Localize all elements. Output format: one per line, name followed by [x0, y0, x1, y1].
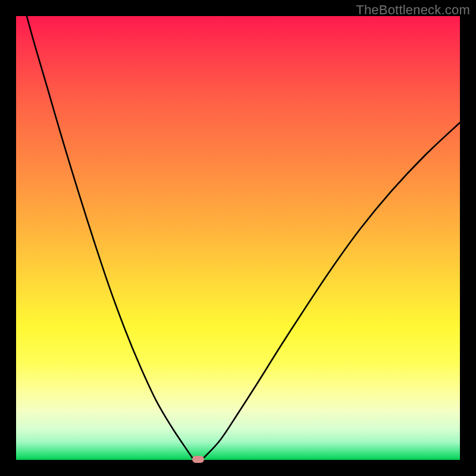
plot-area: [16, 16, 460, 460]
bottleneck-curve: [16, 16, 460, 460]
bottleneck-marker: [192, 456, 204, 463]
watermark-text: TheBottleneck.com: [356, 2, 470, 18]
